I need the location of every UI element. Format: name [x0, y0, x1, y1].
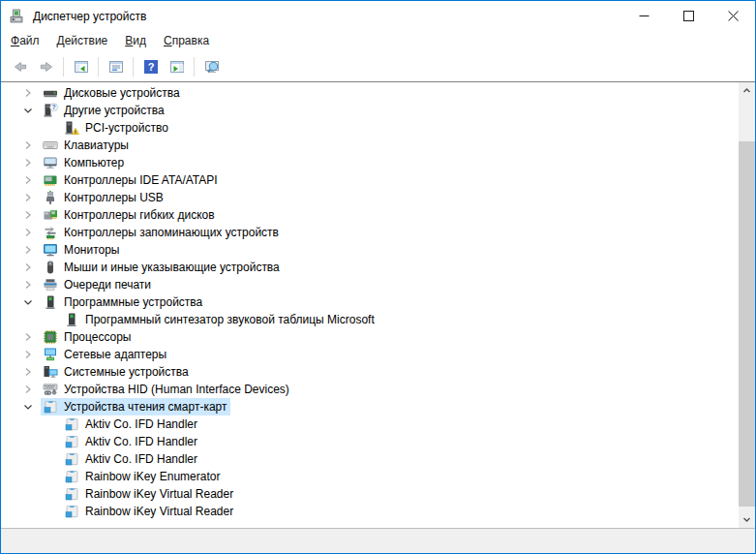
tree-item-content[interactable]: ?Другие устройства: [41, 102, 168, 119]
chevron-spacer: [42, 504, 57, 519]
tree-item[interactable]: Контроллеры гибких дисков: [1, 206, 755, 224]
chevron-expanded-icon[interactable]: [20, 103, 36, 118]
tree-item[interactable]: Aktiv Co. IFD Handler: [1, 450, 755, 468]
scrollbar-thumb[interactable]: [739, 141, 755, 507]
tree-item[interactable]: Программные устройства: [1, 293, 755, 311]
tree-item-content[interactable]: Контроллеры гибких дисков: [41, 206, 219, 224]
chevron-right-icon[interactable]: [20, 172, 36, 188]
tree-item-content[interactable]: PCI-устройство: [62, 119, 172, 137]
chevron-right-icon[interactable]: [20, 155, 36, 170]
menu-view[interactable]: Вид: [116, 31, 155, 50]
tree-item-selected-content[interactable]: Устройства чтения смарт-карт: [41, 398, 230, 416]
chevron-right-icon[interactable]: [20, 364, 36, 380]
monitor-icon: [43, 242, 58, 258]
chevron-right-icon[interactable]: [20, 225, 36, 240]
tree-item-content[interactable]: Контроллеры USB: [41, 189, 167, 206]
device-manager-window: Диспетчер устройств ФайлДействиеВидСправ…: [0, 0, 756, 554]
chevron-right-icon[interactable]: [20, 329, 36, 345]
chevron-right-icon[interactable]: [20, 190, 36, 205]
tree-item-label: Aktiv Co. IFD Handler: [85, 417, 197, 431]
chevron-expanded-icon[interactable]: [20, 294, 36, 310]
tree-item-content[interactable]: Aktiv Co. IFD Handler: [62, 416, 201, 433]
keyboard-icon: [43, 138, 58, 153]
tree-item[interactable]: Системные устройства: [1, 363, 755, 381]
tree-item-content[interactable]: Rainbow iKey Virtual Reader: [62, 485, 237, 503]
chevron-expanded-icon[interactable]: [20, 399, 36, 415]
tree-item[interactable]: Aktiv Co. IFD Handler: [1, 433, 755, 450]
tree-item[interactable]: Контроллеры запоминающих устройств: [1, 224, 755, 241]
svg-text:?: ?: [51, 104, 55, 110]
tree-item-content[interactable]: Программный синтезатор звуковой таблицы …: [62, 311, 378, 328]
menu-help[interactable]: Справка: [155, 31, 218, 50]
chevron-right-icon[interactable]: [20, 242, 36, 258]
tree-item[interactable]: Мониторы: [1, 241, 755, 259]
tree-item-label: Сетевые адаптеры: [64, 348, 166, 361]
tree-item-content[interactable]: Системные устройства: [41, 363, 193, 381]
tree-item-content[interactable]: Сетевые адаптеры: [41, 346, 170, 363]
chevron-right-icon[interactable]: [20, 382, 36, 397]
tree-item[interactable]: Контроллеры IDE ATA/ATAPI: [1, 171, 755, 189]
tree-item[interactable]: Rainbow iKey Virtual Reader: [1, 485, 755, 503]
chevron-right-icon[interactable]: [20, 347, 36, 362]
maximize-button[interactable]: [666, 1, 711, 31]
tree-item[interactable]: Программный синтезатор звуковой таблицы …: [1, 311, 755, 328]
close-button[interactable]: [711, 1, 755, 31]
tree-item[interactable]: Компьютер: [1, 154, 755, 171]
action-pane-button[interactable]: [165, 54, 189, 78]
properties-button[interactable]: [104, 54, 128, 78]
action-pane-icon: [169, 58, 185, 76]
tree-item-content[interactable]: Устройства HID (Human Interface Devices): [41, 381, 293, 398]
tree-item[interactable]: Rainbow iKey Virtual Reader: [1, 503, 755, 520]
tree-item-content[interactable]: Программные устройства: [41, 293, 206, 311]
tree-item[interactable]: Сетевые адаптеры: [1, 346, 755, 363]
tree-item[interactable]: Мыши и иные указывающие устройства: [1, 259, 755, 276]
tree-item[interactable]: Очереди печати: [1, 276, 755, 293]
show-console-tree-button[interactable]: [69, 54, 93, 78]
scroll-down-button[interactable]: [739, 511, 755, 528]
tree-item[interactable]: Дисковые устройства: [1, 84, 755, 102]
chevron-right-icon[interactable]: [20, 207, 36, 223]
scan-hardware-button[interactable]: [199, 54, 224, 78]
chevron-down-icon: [741, 511, 752, 529]
tree-item[interactable]: Устройства HID (Human Interface Devices): [1, 381, 755, 398]
tree-item-content[interactable]: Контроллеры IDE ATA/ATAPI: [41, 171, 222, 189]
tree-item-label: Очереди печати: [64, 278, 151, 292]
tree-item[interactable]: Контроллеры USB: [1, 189, 755, 206]
minimize-icon: [639, 8, 650, 25]
tree-item-content[interactable]: Компьютер: [41, 154, 128, 171]
tree-item-content[interactable]: Rainbow iKey Enumerator: [62, 468, 224, 485]
tree-item-content[interactable]: Aktiv Co. IFD Handler: [62, 450, 201, 468]
tree-item[interactable]: Aktiv Co. IFD Handler: [1, 416, 755, 433]
chevron-spacer: [42, 312, 57, 327]
tree-item-content[interactable]: Мониторы: [41, 241, 123, 259]
chevron-spacer: [42, 486, 57, 502]
vertical-scrollbar[interactable]: [739, 82, 755, 528]
tree-item[interactable]: Процессоры: [1, 328, 755, 346]
tree-item-content[interactable]: Процессоры: [41, 328, 136, 346]
tree-item[interactable]: Клавиатуры: [1, 137, 755, 154]
help-button[interactable]: ?: [138, 54, 163, 78]
forward-button[interactable]: [34, 54, 58, 78]
tree-item-content[interactable]: Очереди печати: [41, 276, 155, 293]
tree-item-content[interactable]: Дисковые устройства: [41, 84, 184, 102]
chevron-right-icon[interactable]: [20, 277, 36, 292]
tree-item-content[interactable]: Rainbow iKey Virtual Reader: [62, 503, 237, 520]
arrow-left-icon: [13, 58, 28, 76]
tree-item-content[interactable]: Клавиатуры: [41, 137, 133, 154]
chevron-right-icon[interactable]: [20, 260, 36, 275]
tree-item[interactable]: PCI-устройство: [1, 119, 755, 137]
tree-item-content[interactable]: Aktiv Co. IFD Handler: [62, 433, 201, 450]
titlebar[interactable]: Диспетчер устройств: [1, 1, 755, 31]
scroll-up-button[interactable]: [739, 82, 755, 99]
tree-item-content[interactable]: Контроллеры запоминающих устройств: [41, 224, 283, 241]
tree-item[interactable]: Rainbow iKey Enumerator: [1, 468, 755, 485]
tree-item-content[interactable]: Мыши и иные указывающие устройства: [41, 259, 284, 276]
chevron-right-icon[interactable]: [20, 138, 36, 153]
tree-item[interactable]: Устройства чтения смарт-карт: [1, 398, 755, 416]
back-button[interactable]: [8, 54, 32, 78]
minimize-button[interactable]: [621, 1, 666, 31]
menu-file[interactable]: Файл: [2, 31, 48, 50]
chevron-right-icon[interactable]: [20, 85, 36, 101]
tree-item[interactable]: ?Другие устройства: [1, 102, 755, 119]
menu-action[interactable]: Действие: [48, 31, 117, 50]
